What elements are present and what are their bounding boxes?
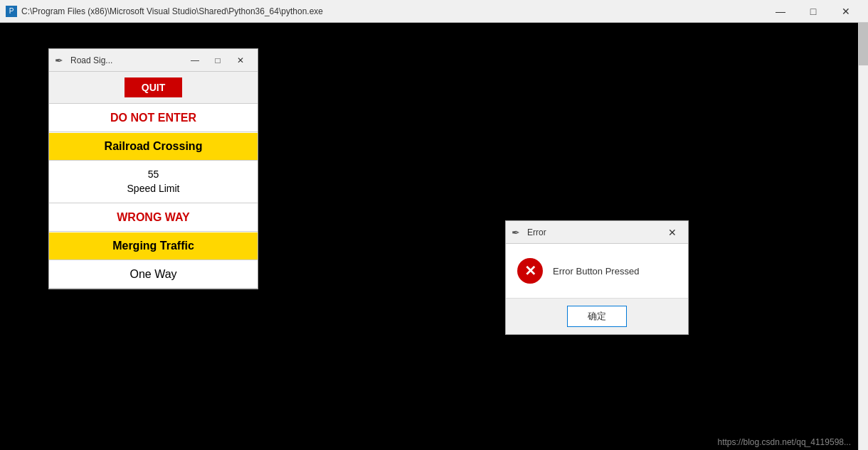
main-maximize-button[interactable]: □	[797, 0, 830, 23]
error-app-icon: ✒	[512, 227, 523, 238]
one-way-row[interactable]: One Way	[49, 260, 258, 289]
do-not-enter-row[interactable]: DO NOT ENTER	[49, 104, 258, 132]
app-icon: P	[6, 6, 17, 17]
road-sign-titlebar: ✒ Road Sig... — □ ✕	[49, 49, 258, 72]
url-bar: https://blog.csdn.net/qq_4119598...	[715, 434, 854, 450]
main-titlebar: P C:\Program Files (x86)\Microsoft Visua…	[0, 0, 868, 23]
speed-limit-row[interactable]: 55Speed Limit	[49, 161, 258, 203]
quit-row: QUIT	[49, 72, 258, 104]
wrong-way-row[interactable]: WRONG WAY	[49, 203, 258, 232]
railroad-crossing-row[interactable]: Railroad Crossing	[49, 132, 258, 161]
error-close-button[interactable]: ✕	[662, 224, 682, 241]
speed-limit-label: 55Speed Limit	[49, 161, 258, 203]
error-title: Error	[527, 227, 662, 237]
scrollbar-thumb[interactable]	[859, 23, 868, 65]
railroad-crossing-label: Railroad Crossing	[49, 133, 258, 160]
confirm-button[interactable]: 确定	[567, 306, 627, 327]
main-close-button[interactable]: ✕	[830, 0, 862, 23]
error-body: ✕ Error Button Pressed	[506, 244, 688, 292]
main-window-controls: — □ ✕	[764, 0, 862, 23]
road-sign-minimize-button[interactable]: —	[184, 52, 206, 69]
road-sign-close-button[interactable]: ✕	[229, 52, 252, 69]
road-sign-app-icon: ✒	[55, 55, 66, 66]
road-sign-content: QUIT DO NOT ENTER Railroad Crossing 55Sp…	[49, 72, 258, 289]
road-sign-window: ✒ Road Sig... — □ ✕ QUIT DO NOT ENTER Ra…	[48, 48, 258, 289]
road-sign-controls: — □ ✕	[184, 52, 252, 69]
merging-traffic-row[interactable]: Merging Traffic	[49, 232, 258, 260]
wrong-way-label: WRONG WAY	[49, 204, 258, 231]
error-message: Error Button Pressed	[553, 266, 639, 277]
main-minimize-button[interactable]: —	[764, 0, 797, 23]
main-scrollbar[interactable]	[858, 23, 868, 450]
do-not-enter-label: DO NOT ENTER	[49, 105, 258, 132]
merging-traffic-label: Merging Traffic	[49, 232, 258, 259]
error-x-icon: ✕	[524, 264, 536, 278]
error-footer: 确定	[506, 298, 688, 334]
road-sign-title: Road Sig...	[70, 55, 184, 65]
road-sign-maximize-button[interactable]: □	[206, 52, 229, 69]
error-dialog: ✒ Error ✕ ✕ Error Button Pressed 确定	[505, 220, 689, 335]
quit-button[interactable]: QUIT	[125, 77, 182, 97]
main-title: C:\Program Files (x86)\Microsoft Visual …	[21, 6, 764, 16]
error-titlebar: ✒ Error ✕	[506, 221, 688, 244]
one-way-label: One Way	[49, 261, 258, 288]
error-icon-circle: ✕	[517, 258, 543, 284]
